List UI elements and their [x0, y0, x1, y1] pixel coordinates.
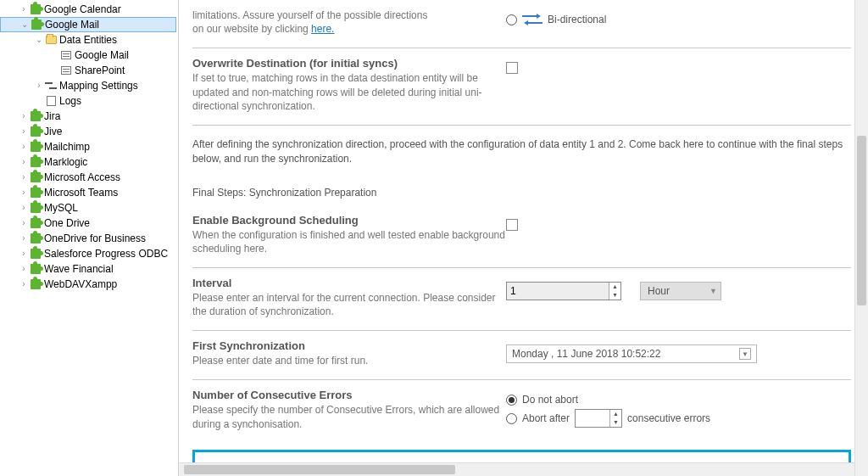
tree-item[interactable]: ›Salesforce Progress ODBC [0, 246, 176, 261]
connector-icon [29, 3, 42, 16]
tree-item-label: Google Calendar [44, 3, 121, 15]
errors-desc: Please specify the number of Consecutive… [192, 403, 506, 430]
abort-after-label-b: consecutive errors [627, 412, 710, 424]
calendar-dropdown-icon[interactable]: ▼ [739, 348, 751, 360]
chevron-right-icon[interactable]: › [19, 111, 29, 121]
spinner-down-icon[interactable]: ▼ [609, 291, 620, 300]
chevron-right-icon[interactable]: › [19, 203, 29, 213]
connection-tree[interactable]: ›Google Calendar⌄Google Mail⌄Data Entiti… [0, 0, 178, 476]
tree-item[interactable]: ›Jive [0, 124, 176, 139]
chevron-right-icon[interactable]: › [19, 157, 29, 167]
connector-icon [29, 155, 42, 169]
enable-bg-checkbox[interactable] [506, 219, 518, 231]
chevron-down-icon[interactable]: ⌄ [19, 20, 30, 30]
first-sync-title: First Synchronization [192, 339, 506, 352]
tree-item[interactable]: ›MySQL [0, 200, 176, 216]
tree-item[interactable]: ›Logs [0, 93, 176, 109]
chevron-right-icon[interactable]: › [19, 142, 29, 152]
chevron-right-icon[interactable]: › [19, 218, 29, 228]
spinner-up-icon[interactable]: ▲ [609, 283, 620, 291]
tree-item-label: Google Mail [75, 49, 129, 61]
bi-directional-icon [522, 14, 542, 25]
logs-icon [44, 94, 58, 108]
sync-direction-desc-partial: limitations. Assure yourself of the poss… [192, 8, 506, 36]
connector-icon [29, 171, 42, 184]
tree-item-label: MySQL [44, 202, 78, 214]
chevron-down-icon[interactable]: ⌄ [34, 35, 44, 45]
overwrite-destination-title: Overwrite Destination (for initial syncs… [192, 57, 506, 70]
abort-after-radio[interactable] [506, 413, 517, 424]
connector-icon [29, 109, 42, 123]
abort-after-input[interactable] [576, 410, 609, 427]
tree-item[interactable]: ›Google Mail [0, 48, 176, 63]
tree-item-label: Logs [59, 95, 81, 107]
after-direction-info: After defining the synchronization direc… [192, 126, 851, 175]
interval-spinner[interactable]: ▲▼ [506, 282, 621, 300]
chevron-right-icon[interactable]: › [34, 81, 44, 91]
scrollbar-thumb[interactable] [184, 465, 455, 474]
connector-icon [29, 125, 42, 138]
vertical-scrollbar[interactable] [854, 0, 868, 476]
tree-item-label: Mailchimp [44, 141, 90, 153]
do-not-abort-radio[interactable] [506, 395, 517, 406]
tree-item-label: One Drive [44, 217, 90, 229]
tree-item-label: Salesforce Progress ODBC [44, 248, 168, 260]
chevron-right-icon[interactable]: › [19, 279, 29, 289]
bi-directional-radio[interactable] [506, 14, 517, 25]
tree-item[interactable]: ›One Drive [0, 216, 176, 231]
horizontal-scrollbar[interactable] [179, 462, 854, 476]
tree-item[interactable]: ›WebDAVXampp [0, 277, 176, 292]
tree-item[interactable]: ›Google Calendar [0, 2, 176, 17]
tree-item-label: OneDrive for Business [44, 232, 146, 244]
chevron-down-icon: ▼ [709, 287, 717, 295]
scrollbar-thumb[interactable] [857, 136, 866, 305]
chevron-right-icon[interactable]: › [19, 126, 29, 137]
tree-item[interactable]: ›Microsoft Access [0, 170, 176, 185]
first-sync-datetime[interactable]: Monday , 11 June 2018 10:52:22 ▼ [506, 344, 757, 363]
tree-item-label: Mapping Settings [59, 80, 138, 92]
tree-item[interactable]: ›Mailchimp [0, 139, 176, 154]
interval-title: Interval [192, 277, 506, 289]
tree-item[interactable]: ›Microsoft Teams [0, 185, 176, 200]
interval-unit-label: Hour [648, 285, 670, 297]
tree-item-label: WebDAVXampp [44, 278, 117, 290]
enable-bg-title: Enable Background Scheduling [192, 214, 506, 227]
overwrite-destination-checkbox[interactable] [506, 62, 518, 74]
entity-icon [59, 64, 73, 77]
chevron-right-icon[interactable]: › [19, 249, 29, 259]
tree-item[interactable]: ›Mapping Settings [0, 78, 176, 93]
tree-item-label: Microsoft Teams [44, 187, 118, 199]
tree-item-label: Marklogic [44, 156, 87, 168]
spinner-up-icon[interactable]: ▲ [610, 410, 621, 418]
abort-after-spinner[interactable]: ▲▼ [575, 409, 622, 428]
connector-icon [29, 262, 42, 276]
chevron-right-icon[interactable]: › [19, 188, 29, 198]
tree-item[interactable]: ›OneDrive for Business [0, 231, 176, 246]
connector-icon [29, 201, 42, 215]
tree-item-label: Wave Financial [44, 263, 114, 275]
mapping-settings-icon [44, 79, 58, 92]
interval-desc: Please enter an interval for the current… [192, 291, 506, 318]
interval-unit-select[interactable]: Hour ▼ [640, 282, 721, 300]
first-sync-desc: Please enter date and time for first run… [192, 354, 506, 367]
sync-direction-help-link[interactable]: here. [311, 23, 334, 35]
tree-item[interactable]: ›Marklogic [0, 154, 176, 170]
entity-icon [59, 48, 73, 62]
tree-item[interactable]: ⌄Google Mail [0, 17, 176, 32]
chevron-right-icon[interactable]: › [19, 172, 29, 182]
data-entities-icon [44, 33, 58, 47]
tree-item[interactable]: ›Jira [0, 109, 176, 124]
spinner-down-icon[interactable]: ▼ [610, 418, 621, 427]
chevron-right-icon[interactable]: › [19, 264, 29, 274]
connector-icon [30, 18, 43, 31]
connector-icon [29, 232, 42, 245]
tree-item[interactable]: ›Wave Financial [0, 261, 176, 277]
chevron-right-icon[interactable]: › [19, 233, 29, 244]
connector-icon [29, 140, 42, 154]
interval-input[interactable] [507, 283, 609, 300]
chevron-right-icon[interactable]: › [19, 4, 29, 14]
settings-panel: limitations. Assure yourself of the poss… [178, 0, 868, 476]
tree-item[interactable]: ›SharePoint [0, 63, 176, 78]
tree-item[interactable]: ⌄Data Entities [0, 32, 176, 48]
abort-after-label-a: Abort after [522, 412, 570, 424]
